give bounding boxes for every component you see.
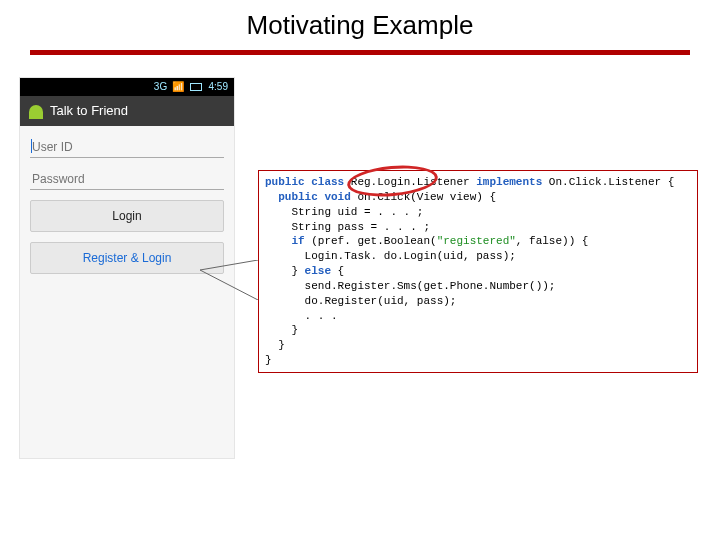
slide: Motivating Example 3G 📶 4:59 Talk to Fri… (0, 0, 720, 540)
user-id-input[interactable] (30, 136, 224, 158)
app-title: Talk to Friend (50, 96, 128, 126)
status-time: 4:59 (209, 81, 228, 92)
password-field-wrap (30, 168, 224, 190)
title-divider (30, 50, 690, 55)
android-icon (28, 103, 44, 119)
password-input[interactable] (30, 168, 224, 190)
code-block: public class Reg.Login.Listener implemen… (265, 175, 691, 368)
phone-screenshot: 3G 📶 4:59 Talk to Friend Login Register … (20, 78, 234, 458)
user-id-field-wrap (30, 136, 224, 158)
slide-title: Motivating Example (0, 10, 720, 41)
register-login-button[interactable]: Register & Login (30, 242, 224, 274)
login-button[interactable]: Login (30, 200, 224, 232)
app-bar: Talk to Friend (20, 96, 234, 126)
text-cursor-icon (31, 139, 32, 153)
status-bar: 3G 📶 4:59 (20, 78, 234, 96)
code-callout: public class Reg.Login.Listener implemen… (258, 170, 698, 373)
battery-icon (190, 83, 202, 91)
status-signal-label: 3G (154, 81, 167, 92)
